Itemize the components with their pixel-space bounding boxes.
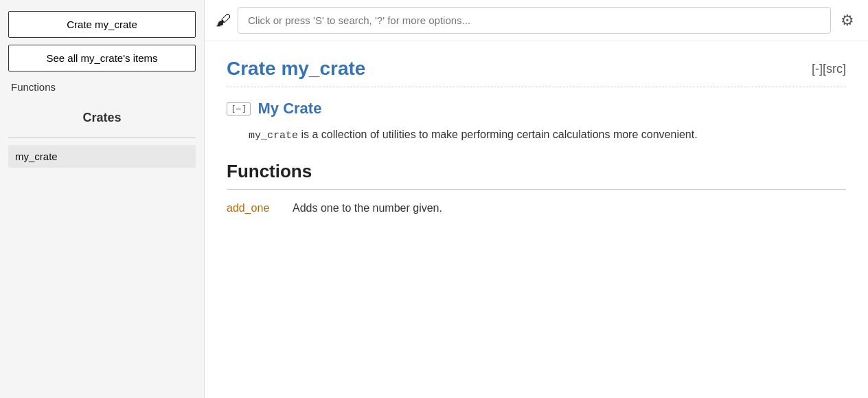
doc-section-row: [−] My Crate: [227, 100, 846, 118]
all-items-button[interactable]: See all my_crate's items: [8, 45, 196, 71]
sidebar-divider: [8, 137, 196, 138]
doc-section-title[interactable]: My Crate: [258, 100, 321, 118]
function-name-add-one[interactable]: add_one: [227, 202, 282, 214]
sidebar-item-functions[interactable]: Functions: [8, 78, 196, 96]
content-area: Crate my_crate [-][src] [−] My Crate my_…: [205, 41, 868, 398]
crate-title-name: my_crate: [281, 58, 365, 79]
sidebar: Crate my_crate See all my_crate's items …: [0, 0, 205, 398]
crate-controls[interactable]: [-][src]: [812, 62, 846, 76]
main-panel: 🖌 ⚙ Crate my_crate [-][src] [−] My Crate…: [205, 0, 868, 398]
crate-title-prefix: Crate: [227, 58, 281, 79]
crate-button[interactable]: Crate my_crate: [8, 11, 196, 38]
collapse-button[interactable]: [−]: [227, 102, 251, 115]
topbar: 🖌 ⚙: [205, 0, 868, 41]
doc-description: my_crate is a collection of utilities to…: [227, 126, 846, 144]
paintbrush-icon[interactable]: 🖌: [216, 12, 231, 30]
functions-heading: Functions: [227, 161, 846, 190]
crate-heading: Crate my_crate [-][src]: [227, 58, 846, 87]
function-desc-add-one: Adds one to the number given.: [293, 202, 442, 214]
function-row: add_one Adds one to the number given.: [227, 197, 846, 220]
settings-button[interactable]: ⚙: [838, 9, 857, 32]
crates-section-title: Crates: [8, 102, 196, 131]
sidebar-crate-my-crate[interactable]: my_crate: [8, 145, 196, 168]
crate-title: Crate my_crate: [227, 58, 365, 80]
doc-description-rest: is a collection of utilities to make per…: [298, 129, 698, 140]
search-input[interactable]: [238, 7, 831, 34]
doc-description-code: my_crate: [249, 130, 298, 142]
